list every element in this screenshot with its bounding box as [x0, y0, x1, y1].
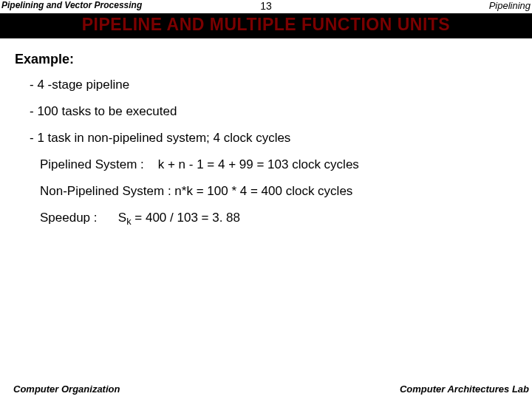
header-page-number: 13 [0, 0, 532, 12]
bullet-stages: - 4 -stage pipeline [30, 77, 502, 93]
slide-body: - 4 -stage pipeline - 100 tasks to be ex… [30, 77, 502, 239]
label-pipelined: Pipelined System : [40, 157, 144, 171]
bullet-nonpipelined-cycles: - 1 task in non-pipelined system; 4 cloc… [30, 130, 502, 146]
slide: Pipelining and Vector Processing 13 Pipe… [0, 0, 532, 399]
bullet-tasks: - 100 tasks to be executed [30, 103, 502, 120]
value-speedup: Sk = 400 / 103 = 3. 88 [118, 211, 240, 225]
value-pipelined: k + n - 1 = 4 + 99 = 103 clock cycles [158, 157, 359, 171]
footer-right: Computer Architectures Lab [400, 383, 529, 395]
line-speedup: Speedup : Sk = 400 / 103 = 3. 88 [40, 210, 502, 228]
label-speedup: Speedup : [40, 211, 98, 225]
speedup-symbol: S [118, 211, 126, 225]
line-nonpipelined-system: Non-Pipelined System : n*k = 100 * 4 = 4… [40, 183, 502, 200]
line-pipelined-system: Pipelined System : k + n - 1 = 4 + 99 = … [40, 157, 502, 173]
footer-left: Computer Organization [13, 383, 120, 395]
speedup-result: = 400 / 103 = 3. 88 [132, 211, 240, 225]
header-right: Pipelining [489, 0, 531, 11]
example-heading: Example: [15, 52, 74, 67]
header: Pipelining and Vector Processing 13 Pipe… [0, 0, 532, 13]
slide-title: PIPELINE AND MULTIPLE FUNCTION UNITS [0, 15, 532, 35]
